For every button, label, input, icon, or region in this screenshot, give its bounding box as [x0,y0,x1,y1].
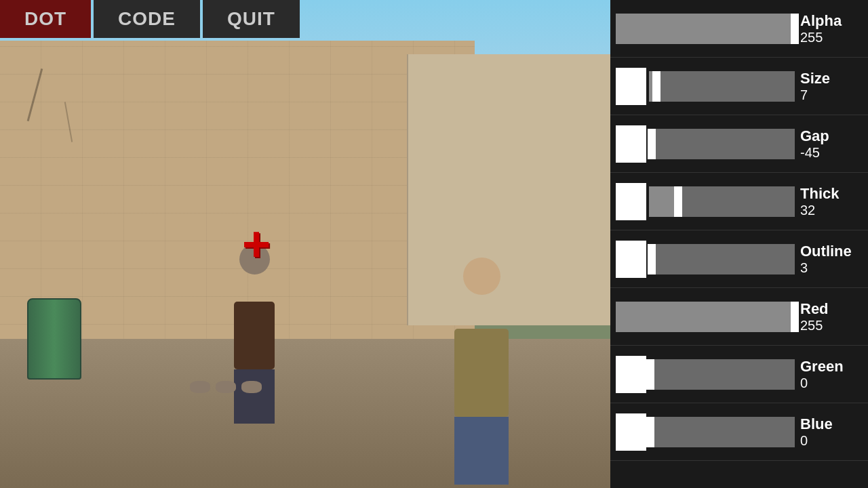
slider-value-outline: 3 [800,260,808,276]
slider-value-size: 7 [800,87,808,103]
slider-row-alpha: Alpha255 [610,0,868,58]
slider-thumb-gap [648,129,656,159]
slider-label-gap: Gap [800,127,829,145]
slider-thumb-alpha [791,14,799,44]
slider-thumb-thick [674,186,682,217]
barrel [27,298,81,380]
slider-label-area-red: Red255 [795,300,863,333]
code-button[interactable]: CODE [94,0,200,38]
slider-row-outline: Outline3 [610,230,868,288]
character-2 [441,258,522,434]
slider-track-green[interactable] [649,359,795,390]
rock [216,381,236,393]
char2-body [454,329,509,417]
slider-label-size: Size [800,70,830,87]
slider-label-green: Green [800,358,844,375]
slider-row-red: Red255 [610,288,868,346]
slider-label-area-green: Green0 [795,358,863,391]
slider-row-green: Green0 [610,346,868,403]
slider-thumb-size [652,71,660,102]
slider-value-thick: 32 [800,203,815,218]
slider-label-area-size: Size7 [795,70,863,103]
slider-label-alpha: Alpha [800,12,842,30]
slider-fill-red [616,302,795,332]
slider-label-area-outline: Outline3 [795,243,863,276]
slider-left-indicator-gap [616,125,646,163]
slider-track-alpha[interactable] [616,14,795,44]
game-viewport: + [0,0,610,488]
quit-button[interactable]: QUIT [203,0,300,38]
slider-fill-alpha [616,14,795,44]
slider-row-thick: Thick32 [610,173,868,230]
slider-row-blue: Blue0 [610,403,868,461]
slider-track-outline[interactable] [649,244,795,274]
slider-left-indicator-outline [616,241,646,278]
char1-head [239,244,270,274]
slider-label-area-thick: Thick32 [795,185,863,218]
slider-value-gap: -45 [800,145,820,161]
slider-label-outline: Outline [800,243,852,260]
slider-label-blue: Blue [800,415,833,433]
slider-left-indicator-size [616,68,646,105]
top-buttons: DOT CODE QUIT [0,0,300,38]
slider-thumb-outline [648,244,656,274]
character-1 [224,244,285,366]
slider-label-red: Red [800,300,829,318]
slider-left-indicator-green [616,356,646,393]
slider-label-thick: Thick [800,185,839,203]
slider-left-indicator-blue [616,413,646,451]
slider-left-indicator-thick [616,183,646,220]
slider-value-alpha: 255 [800,30,823,45]
rock [190,381,210,393]
slider-value-red: 255 [800,318,823,333]
char2-legs [454,417,509,485]
slider-label-area-alpha: Alpha255 [795,12,863,45]
rocks [190,381,262,393]
char1-legs [234,369,275,424]
slider-value-green: 0 [800,375,808,391]
slider-label-area-gap: Gap-45 [795,127,863,161]
slider-track-gap[interactable] [649,129,795,159]
slider-track-blue[interactable] [649,417,795,447]
rock [241,381,262,393]
slider-track-red[interactable] [616,302,795,332]
slider-thumb-green [646,359,654,390]
slider-row-gap: Gap-45 [610,115,868,173]
slider-label-area-blue: Blue0 [795,415,863,449]
slider-row-size: Size7 [610,58,868,115]
slider-value-blue: 0 [800,433,808,449]
slider-track-thick[interactable] [649,186,795,217]
char1-body [234,302,275,369]
slider-track-size[interactable] [649,71,795,102]
slider-thumb-red [791,302,799,332]
slider-thumb-blue [646,417,654,447]
right-panel: Alpha255Size7Gap-45Thick32Outline3Red255… [610,0,868,488]
char2-head [463,258,500,295]
dot-button[interactable]: DOT [0,0,91,38]
